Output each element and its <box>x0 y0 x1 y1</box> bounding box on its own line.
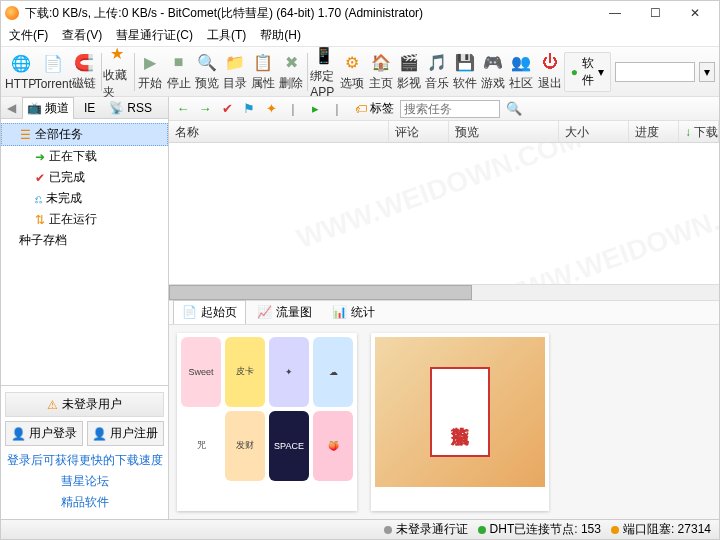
tea-label: 脂流茶 <box>430 367 490 457</box>
menu-tools[interactable]: 工具(T) <box>207 27 246 44</box>
nav-back-icon[interactable]: ← <box>175 101 191 116</box>
tab-rss[interactable]: 📡RSS <box>105 99 156 117</box>
close-button[interactable]: ✕ <box>675 2 715 24</box>
toolbar-磁链[interactable]: 🧲磁链 <box>70 49 98 94</box>
user-register-button[interactable]: 👤用户注册 <box>87 421 165 446</box>
ad-phone-cases[interactable]: Sweet 皮卡 ✦ ☁ 咒 发财 SPACE 🍑 <box>177 333 357 512</box>
tree-running[interactable]: ⇅正在运行 <box>1 209 168 230</box>
toolbar-主页[interactable]: 🏠主页 <box>367 49 395 94</box>
search-go[interactable]: ▾ <box>699 62 715 82</box>
app-icon <box>5 6 19 20</box>
maximize-button[interactable]: ☐ <box>635 2 675 24</box>
task-subbar: ← → ✔ ⚑ ✦ | ▸ | 🏷标签 🔍 <box>169 97 719 121</box>
status-port[interactable]: 端口阻塞: 27314 <box>611 521 711 538</box>
grid-header: 名称 评论 预览 大小 进度 ↓ 下载 <box>169 121 719 143</box>
window-title: 下载:0 KB/s, 上传:0 KB/s - BitComet(比特彗星) (6… <box>25 5 595 22</box>
toolbar-音乐[interactable]: 🎵音乐 <box>423 49 451 94</box>
tree-all-tasks[interactable]: ☰全部任务 <box>1 123 168 146</box>
toolbar-search-input[interactable] <box>615 62 695 82</box>
toolbar-开始[interactable]: ▶开始 <box>136 49 164 94</box>
tab-stats[interactable]: 📊统计 <box>323 300 384 325</box>
toolbar-影视[interactable]: 🎬影视 <box>395 49 423 94</box>
toolbar-绑定APP[interactable]: 📱绑定APP <box>310 42 338 101</box>
toolbar-预览[interactable]: 🔍预览 <box>193 49 221 94</box>
status-passport[interactable]: 未登录通行证 <box>384 521 468 538</box>
tab-traffic[interactable]: 📈流量图 <box>248 300 321 325</box>
user-add-icon: 👤 <box>92 427 107 441</box>
toolbar-选项[interactable]: ⚙选项 <box>338 49 366 94</box>
toolbar-停止[interactable]: ■停止 <box>165 49 193 94</box>
sidebar: ◀ 📺频道 IE 📡RSS ☰全部任务 ➜正在下载 ✔已完成 ⎌未完成 ⇅正在运… <box>1 97 169 519</box>
tab-ie[interactable]: IE <box>80 99 99 117</box>
tree-undone[interactable]: ⎌未完成 <box>1 188 168 209</box>
login-panel: ⚠未登录用户 👤用户登录 👤用户注册 登录后可获得更快的下载速度 彗星论坛 精品… <box>1 385 168 519</box>
toolbar-删除[interactable]: ✖删除 <box>277 49 305 94</box>
lower-tabs: 📄起始页 📈流量图 📊统计 <box>169 300 719 324</box>
col-name[interactable]: 名称 <box>169 121 389 142</box>
ad-tea[interactable]: 脂流茶 <box>371 333 549 512</box>
toolbar-软件[interactable]: 💾软件 <box>451 49 479 94</box>
check-icon[interactable]: ✔ <box>219 101 235 116</box>
toolbar-社区[interactable]: 👥社区 <box>507 49 535 94</box>
content-area: ← → ✔ ⚑ ✦ | ▸ | 🏷标签 🔍 名称 评论 预览 大小 进度 ↓ 下… <box>169 97 719 519</box>
col-down[interactable]: ↓ 下载 <box>679 121 719 142</box>
forum-link[interactable]: 彗星论坛 <box>5 471 164 492</box>
tree-done[interactable]: ✔已完成 <box>1 167 168 188</box>
flag-icon[interactable]: ⚑ <box>241 101 257 116</box>
toolbar-退出[interactable]: ⏻退出 <box>536 49 564 94</box>
menu-file[interactable]: 文件(F) <box>9 27 48 44</box>
minimize-button[interactable]: ― <box>595 2 635 24</box>
toolbar-目录[interactable]: 📁目录 <box>221 49 249 94</box>
titlebar: 下载:0 KB/s, 上传:0 KB/s - BitComet(比特彗星) (6… <box>1 1 719 25</box>
user-login-button[interactable]: 👤用户登录 <box>5 421 83 446</box>
col-size[interactable]: 大小 <box>559 121 629 142</box>
toolbar-Torrent[interactable]: 📄Torrent <box>36 51 70 93</box>
task-grid: 名称 评论 预览 大小 进度 ↓ 下载 WWW.WEIDOWN.COM WWW.… <box>169 121 719 300</box>
search-category[interactable]: ●软件▾ <box>564 52 611 92</box>
statusbar: 未登录通行证 DHT已连接节点: 153 端口阻塞: 27314 <box>1 519 719 539</box>
tab-startpage[interactable]: 📄起始页 <box>173 300 246 325</box>
start-page: Sweet 皮卡 ✦ ☁ 咒 发财 SPACE 🍑 脂流茶 <box>169 324 719 520</box>
col-preview[interactable]: 预览 <box>449 121 559 142</box>
play-small-icon[interactable]: ▸ <box>307 101 323 116</box>
menu-view[interactable]: 查看(V) <box>62 27 102 44</box>
sidebar-tabs: ◀ 📺频道 IE 📡RSS <box>1 97 168 119</box>
login-header: ⚠未登录用户 <box>5 392 164 417</box>
star-icon[interactable]: ✦ <box>263 101 279 116</box>
grid-scrollbar[interactable] <box>169 284 719 300</box>
tag-dropdown[interactable]: 🏷标签 <box>355 100 394 117</box>
tree-downloading[interactable]: ➜正在下载 <box>1 146 168 167</box>
software-link[interactable]: 精品软件 <box>5 492 164 513</box>
menu-help[interactable]: 帮助(H) <box>260 27 301 44</box>
tab-channel[interactable]: 📺频道 <box>22 97 74 119</box>
status-dht[interactable]: DHT已连接节点: 153 <box>478 521 601 538</box>
login-tip-link[interactable]: 登录后可获得更快的下载速度 <box>5 450 164 471</box>
toolbar-收藏夹[interactable]: ★收藏夹 <box>103 41 131 103</box>
search-icon[interactable]: 🔍 <box>506 101 522 116</box>
col-progress[interactable]: 进度 <box>629 121 679 142</box>
user-icon: 👤 <box>11 427 26 441</box>
tree-seed-archive[interactable]: 种子存档 <box>1 230 168 251</box>
task-search-input[interactable] <box>400 100 500 118</box>
toolbar: 🌐HTTP📄Torrent🧲磁链★收藏夹▶开始■停止🔍预览📁目录📋属性✖删除📱绑… <box>1 47 719 97</box>
nav-fwd-icon[interactable]: → <box>197 101 213 116</box>
col-comment[interactable]: 评论 <box>389 121 449 142</box>
toolbar-属性[interactable]: 📋属性 <box>249 49 277 94</box>
toolbar-HTTP[interactable]: 🌐HTTP <box>5 51 36 93</box>
toolbar-游戏[interactable]: 🎮游戏 <box>479 49 507 94</box>
grid-body: WWW.WEIDOWN.COM WWW.WEIDOWN.COM <box>169 143 719 284</box>
task-tree: ☰全部任务 ➜正在下载 ✔已完成 ⎌未完成 ⇅正在运行 种子存档 <box>1 119 168 385</box>
